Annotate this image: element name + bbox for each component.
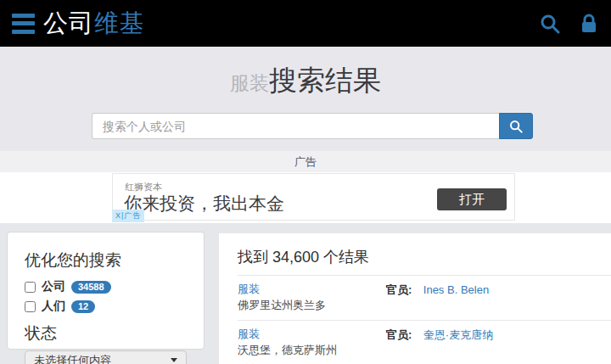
- top-navigation-bar: 公司维基: [0, 0, 611, 47]
- filter-count-badge: 12: [71, 300, 95, 313]
- result-officers-cell: 官员: 奎恩·麦克唐纳: [386, 326, 611, 359]
- search-icon[interactable]: [540, 14, 560, 34]
- table-row: 服装 沃思堡，德克萨斯州 官员: 奎恩·麦克唐纳: [238, 320, 611, 364]
- company-link[interactable]: 服装: [238, 282, 260, 298]
- hero-section: 服装搜索结果: [0, 47, 611, 151]
- filter-label: 人们: [42, 299, 65, 314]
- result-company-cell: 服装 沃思堡，德克萨斯州: [238, 326, 386, 359]
- search-input[interactable]: [92, 113, 499, 139]
- ad-band: 红狮资本 你来投资，我出本金 打开 X|广告: [0, 172, 611, 223]
- brand-logo[interactable]: 公司维基: [43, 7, 145, 41]
- brand-text-blue: 维基: [94, 9, 145, 36]
- chevron-down-icon: [171, 358, 177, 362]
- filter-checkbox[interactable]: [25, 282, 36, 293]
- search-button[interactable]: [499, 113, 533, 139]
- filter-list: 公司 34588 人们 12: [25, 279, 187, 314]
- search-button-icon: [509, 120, 523, 133]
- page-title-text: 搜索结果: [269, 64, 381, 96]
- officer-role-label: 官员:: [386, 283, 412, 296]
- officer-link[interactable]: 奎恩·麦克唐纳: [423, 328, 493, 341]
- filter-count-badge: 34588: [71, 281, 111, 294]
- officer-link[interactable]: Ines B. Belen: [423, 283, 489, 296]
- search-bar: [92, 113, 533, 139]
- ad-choices-badge[interactable]: X|广告: [112, 210, 144, 222]
- page-title-query: 服装: [230, 72, 269, 94]
- ad-label-band: 广告: [0, 151, 611, 172]
- table-row: 服装 佛罗里达州奥兰多 官员: Ines B. Belen: [238, 275, 611, 320]
- result-officers-cell: 官员: Ines B. Belen: [386, 281, 611, 314]
- brand-text-white: 公司: [43, 9, 94, 36]
- status-dropdown[interactable]: 未选择任何内容: [25, 350, 187, 364]
- result-company-cell: 服装 佛罗里达州奥兰多: [238, 281, 386, 314]
- status-dropdown-value: 未选择任何内容: [34, 353, 171, 364]
- ad-label: 广告: [294, 154, 317, 170]
- ad-headline: 你来投资，我出本金: [124, 192, 284, 216]
- refine-search-panel: 优化您的搜索 公司 34588 人们 12 状态 未选择任何内容: [7, 232, 205, 350]
- ad-open-button[interactable]: 打开: [437, 188, 507, 210]
- company-location: 沃思堡，德克萨斯州: [238, 343, 386, 359]
- refine-search-title: 优化您的搜索: [25, 249, 187, 272]
- hamburger-menu-icon[interactable]: [12, 14, 35, 34]
- results-list: 服装 佛罗里达州奥兰多 官员: Ines B. Belen 服装 沃思堡，德克萨…: [238, 275, 611, 364]
- filter-checkbox[interactable]: [25, 301, 36, 312]
- status-title: 状态: [25, 322, 187, 344]
- company-location: 佛罗里达州奥兰多: [238, 298, 386, 314]
- filter-checkbox-row[interactable]: 公司 34588: [25, 279, 187, 294]
- officer-role-label: 官员:: [386, 328, 412, 341]
- page-title: 服装搜索结果: [0, 62, 611, 100]
- officer-links: Ines B. Belen: [423, 282, 489, 296]
- results-summary: 找到 34,600 个结果: [238, 247, 611, 267]
- officer-links: 奎恩·麦克唐纳: [423, 327, 493, 341]
- filter-checkbox-row[interactable]: 人们 12: [25, 299, 187, 314]
- lock-icon[interactable]: [579, 14, 599, 34]
- company-link[interactable]: 服装: [238, 327, 260, 343]
- ad-creative[interactable]: 红狮资本 你来投资，我出本金 打开 X|广告: [112, 173, 515, 221]
- results-panel: 找到 34,600 个结果 服装 佛罗里达州奥兰多 官员: Ines B. Be…: [219, 233, 611, 364]
- filter-label: 公司: [42, 279, 65, 294]
